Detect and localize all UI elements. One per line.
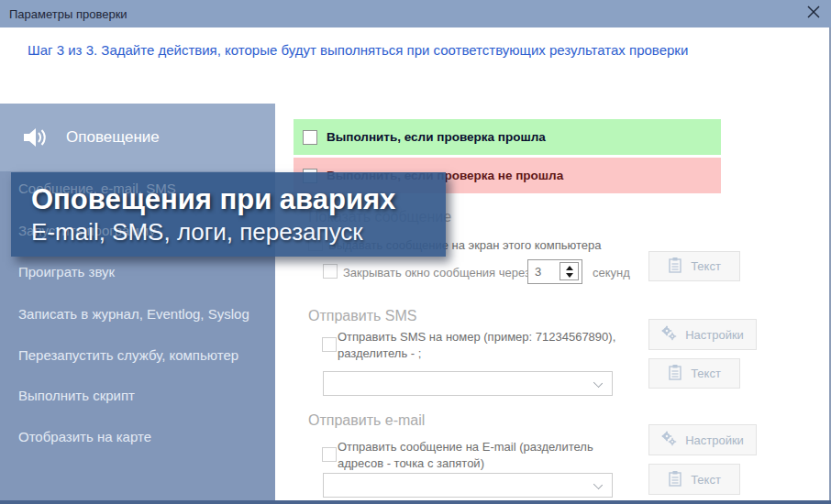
sms-settings-button[interactable]: Настройки bbox=[648, 319, 757, 350]
speaker-icon bbox=[22, 125, 50, 150]
sidebar-item-run-program[interactable]: Запустить программу bbox=[18, 223, 266, 243]
spinner-down-icon[interactable] bbox=[566, 273, 573, 278]
close-button[interactable] bbox=[800, 1, 827, 27]
sidebar-item-show-on-map[interactable]: Отобразить на карте bbox=[18, 429, 266, 449]
chevron-down-icon bbox=[593, 480, 603, 489]
close-icon bbox=[806, 5, 821, 23]
gears-icon bbox=[661, 325, 677, 344]
message-text-button[interactable]: Текст bbox=[648, 251, 740, 281]
gears-icon bbox=[661, 431, 677, 449]
seconds-value: 3 bbox=[535, 265, 541, 279]
close-window-checkbox-label: Закрывать окно сообщения через bbox=[343, 265, 536, 281]
check-parameters-dialog: Параметры проверки Шаг 3 из 3. Задайте д… bbox=[0, 0, 831, 504]
sms-settings-button-label: Настройки bbox=[685, 328, 744, 342]
sms-number-combobox[interactable] bbox=[323, 371, 613, 396]
clipboard-icon bbox=[668, 364, 682, 383]
clipboard-icon bbox=[668, 257, 682, 276]
spinner-arrows[interactable] bbox=[560, 262, 579, 280]
close-window-checkbox[interactable] bbox=[323, 264, 338, 279]
window-bottom-border bbox=[0, 500, 831, 504]
email-settings-button-label: Настройки bbox=[685, 433, 744, 447]
seconds-spinner[interactable]: 3 bbox=[527, 259, 582, 284]
email-checkbox[interactable] bbox=[322, 447, 337, 462]
sidebar-item-message-email-sms[interactable]: Сообщение, e-mail, SMS bbox=[18, 181, 266, 201]
email-checkbox-label: Отправить сообщение на E-mail (разделите… bbox=[338, 439, 629, 472]
condition-pass-bar: Выполнить, если проверка прошла bbox=[294, 119, 721, 155]
email-section-title: Отправить e-mail bbox=[308, 412, 425, 429]
sidebar-item-run-script[interactable]: Выполнить скрипт bbox=[18, 388, 266, 408]
seconds-unit-label: секунд bbox=[593, 265, 630, 281]
title-bar: Параметры проверки bbox=[0, 0, 831, 27]
sidebar-item-write-log[interactable]: Записать в журнал, Eventlog, Syslog bbox=[18, 306, 266, 326]
clipboard-icon bbox=[668, 470, 682, 489]
sidebar-item-play-sound[interactable]: Проиграть звук bbox=[18, 264, 266, 284]
sidebar-item-restart-service[interactable]: Перезапустить службу, компьютер bbox=[18, 347, 266, 367]
sms-text-button[interactable]: Текст bbox=[648, 358, 740, 389]
sms-checkbox[interactable] bbox=[322, 337, 337, 352]
sidebar-item-notification[interactable]: Оповещение bbox=[0, 104, 275, 171]
chevron-down-icon bbox=[593, 378, 603, 388]
email-settings-button[interactable]: Настройки bbox=[648, 424, 757, 455]
sms-text-button-label: Текст bbox=[691, 367, 721, 380]
sidebar-item-label: Оповещение bbox=[66, 128, 160, 147]
email-text-button-label: Текст bbox=[691, 473, 721, 487]
message-text-button-label: Текст bbox=[691, 259, 721, 273]
sms-checkbox-label: Отправить SMS на номер (пример: 71234567… bbox=[338, 329, 629, 362]
email-address-combobox[interactable] bbox=[323, 473, 613, 498]
condition-pass-label: Выполнить, если проверка прошла bbox=[327, 130, 546, 144]
sms-section-title: Отправить SMS bbox=[308, 308, 416, 324]
window-title: Параметры проверки bbox=[9, 7, 127, 21]
spinner-up-icon[interactable] bbox=[566, 266, 573, 270]
email-text-button[interactable]: Текст bbox=[648, 464, 740, 495]
condition-pass-checkbox[interactable] bbox=[303, 130, 317, 145]
wizard-step-text: Шаг 3 из 3. Задайте действия, которые бу… bbox=[28, 42, 807, 58]
